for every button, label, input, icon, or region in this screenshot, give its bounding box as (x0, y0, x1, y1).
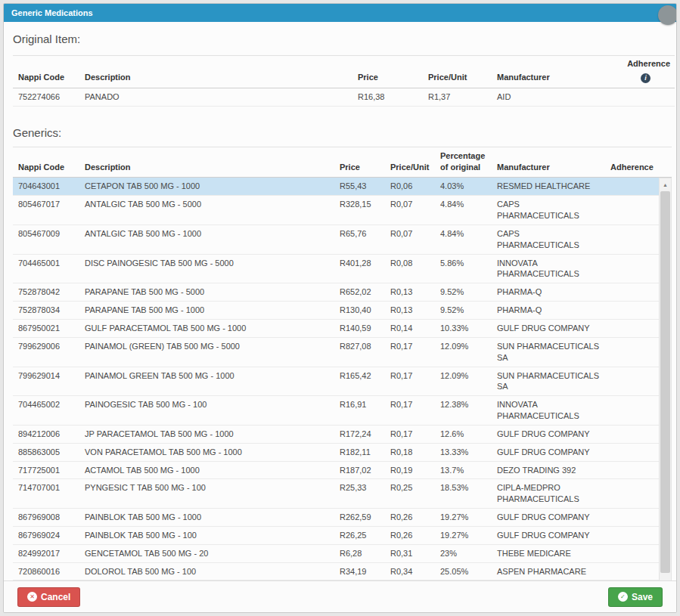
scrollbar-thumb[interactable] (660, 191, 670, 573)
generic-cell-manufacturer: GULF DRUG COMPANY (492, 443, 605, 461)
generic-cell-manufacturer: THEBE MEDICARE (492, 544, 605, 562)
generic-cell-manufacturer: PHARMA-Q (492, 283, 605, 302)
generic-cell-description: PARAPANE TAB 500 MG - 5000 (79, 283, 334, 302)
generic-cell-adherence (605, 178, 659, 195)
generic-cell-manufacturer: GULF DRUG COMPANY (492, 509, 605, 527)
generic-medication-row[interactable]: 805467009ANTALGIC TAB 500 MG - 1000R65,7… (13, 224, 659, 254)
generic-cell-adherence (605, 425, 659, 443)
generic-cell-price-unit: R0,07 (385, 196, 435, 225)
generic-cell-price-unit: R0,06 (385, 178, 435, 195)
save-button[interactable]: ✓ Save (608, 587, 663, 607)
generic-cell-nappi-code: 867969024 (13, 526, 79, 544)
generic-cell-nappi-code: 720860016 (13, 562, 79, 580)
generic-medication-row[interactable]: 894212006JP PARACETAMOL TAB 500 MG - 100… (13, 425, 659, 443)
generic-cell-adherence (605, 396, 659, 426)
generic-cell-price: R34,19 (334, 562, 385, 580)
generic-cell-adherence (605, 196, 659, 225)
save-label: Save (632, 592, 653, 602)
cancel-icon: ✕ (27, 592, 37, 602)
generic-medication-row[interactable]: 885863005VON PARACETAMOL TAB 500 MG - 10… (13, 443, 659, 461)
generic-medication-row[interactable]: 805467017ANTALGIC TAB 500 MG - 5000R328,… (13, 196, 659, 225)
generic-medication-row[interactable]: 867969008PAINBLOK TAB 500 MG - 1000R262,… (13, 509, 659, 527)
generic-cell-description: PAINAMOL GREEN TAB 500 MG - 1000 (79, 367, 334, 396)
generic-medication-row[interactable]: 752878034PARAPANE TAB 500 MG - 1000R130,… (13, 302, 659, 320)
scroll-up-icon[interactable]: ▲ (660, 178, 671, 190)
dialog-titlebar: Generic Medications (4, 4, 676, 22)
generic-cell-percentage: 25.05% (435, 562, 492, 580)
generic-cell-price-unit: R0,17 (385, 396, 435, 426)
corner-button[interactable] (658, 5, 677, 25)
generic-medication-row[interactable]: 867950021GULF PARACETAMOL TAB 500 MG - 1… (13, 319, 659, 337)
generic-medication-row[interactable]: 714707001PYNGESIC T TAB 500 MG - 100R25,… (13, 479, 659, 509)
generic-cell-description: ANTALGIC TAB 500 MG - 5000 (79, 196, 334, 225)
generic-cell-adherence (605, 526, 659, 544)
generic-medication-row[interactable]: 867969024PAINBLOK TAB 500 MG - 100R26,25… (13, 526, 659, 544)
generics-table-body: 704643001CETAPON TAB 500 MG - 1000R55,43… (13, 178, 659, 580)
save-icon: ✓ (618, 592, 628, 602)
generic-medication-row[interactable]: 799629006PAINAMOL (GREEN) TAB 500 MG - 5… (13, 337, 659, 367)
generic-cell-price: R25,33 (334, 479, 385, 509)
original-cell-price: R16,38 (352, 88, 423, 106)
adherence-header-label: Adherence (619, 58, 670, 70)
generic-cell-description: GENCETAMOL TAB 500 MG - 20 (79, 544, 334, 562)
generic-cell-description: PYNGESIC T TAB 500 MG - 100 (79, 479, 334, 509)
original-col-description: Description (79, 56, 352, 88)
generic-cell-percentage: 13.33% (435, 443, 492, 461)
dialog-footer: ✕ Cancel ✓ Save (4, 580, 676, 612)
generics-col-description: Description (79, 147, 334, 178)
original-header-row: Nappi Code Description Price Price/Unit … (13, 56, 675, 88)
adherence-info-row: i (619, 72, 651, 83)
generic-cell-price-unit: R0,13 (385, 302, 435, 320)
generic-medication-row[interactable]: 704643001CETAPON TAB 500 MG - 1000R55,43… (13, 178, 659, 195)
generic-cell-price: R16,91 (334, 396, 385, 426)
original-col-nappi-code: Nappi Code (13, 56, 79, 88)
generic-cell-description: CETAPON TAB 500 MG - 1000 (79, 178, 334, 195)
generic-cell-nappi-code: 867950021 (13, 319, 79, 337)
generic-cell-manufacturer: CAPS PHARMACEUTICALS (492, 224, 605, 254)
generic-cell-price: R262,59 (334, 509, 385, 527)
original-col-adherence: Adherence i (614, 56, 675, 88)
original-item-row: 752274066 PANADO R16,38 R1,37 AID (13, 88, 675, 106)
generic-medication-row[interactable]: 824992017GENCETAMOL TAB 500 MG - 20R6,28… (13, 544, 659, 562)
adherence-info-icon[interactable]: i (641, 73, 651, 83)
generics-table-header: Nappi Code Description Price Price/Unit … (13, 147, 672, 178)
generic-medication-row[interactable]: 717725001ACTAMOL TAB 500 MG - 1000R187,0… (13, 461, 659, 479)
generics-col-percentage: Percentage of original (435, 147, 492, 178)
generic-cell-manufacturer: RESMED HEALTHCARE (492, 178, 605, 195)
generic-cell-manufacturer: DEZO TRADING 392 (492, 461, 605, 479)
generic-cell-price-unit: R0,19 (385, 461, 435, 479)
generic-cell-percentage: 23% (435, 544, 492, 562)
generic-cell-adherence (605, 479, 659, 509)
generic-cell-manufacturer: SUN PHARMACEUTICALS SA (492, 367, 605, 396)
generic-cell-nappi-code: 799629014 (13, 367, 79, 396)
generic-cell-nappi-code: 714707001 (13, 479, 79, 509)
generic-cell-adherence (605, 562, 659, 580)
generic-medication-row[interactable]: 720860016DOLOROL TAB 500 MG - 100R34,19R… (13, 562, 659, 580)
generic-medication-row[interactable]: 704465002PAINOGESIC TAB 500 MG - 100R16,… (13, 396, 659, 426)
generics-col-price: Price (334, 147, 385, 178)
generics-col-price-unit: Price/Unit (385, 147, 435, 178)
generic-cell-price-unit: R0,17 (385, 425, 435, 443)
generic-medication-row[interactable]: 799629014PAINAMOL GREEN TAB 500 MG - 100… (13, 367, 659, 396)
generic-cell-manufacturer: GULF DRUG COMPANY (492, 526, 605, 544)
generic-cell-nappi-code: 867969008 (13, 509, 79, 527)
generic-cell-manufacturer: GULF DRUG COMPANY (492, 319, 605, 337)
generic-medication-row[interactable]: 704465001DISC PAINOGESIC TAB 500 MG - 50… (13, 254, 659, 283)
generic-cell-price-unit: R0,17 (385, 367, 435, 396)
generic-cell-percentage: 12.6% (435, 425, 492, 443)
generic-cell-price: R401,28 (334, 254, 385, 283)
scrollbar[interactable]: ▲ ▼ (659, 178, 672, 580)
generic-cell-price: R55,43 (334, 178, 385, 195)
generic-cell-nappi-code: 805467017 (13, 196, 79, 225)
generic-medication-row[interactable]: 752878042PARAPANE TAB 500 MG - 5000R652,… (13, 283, 659, 302)
generic-cell-price: R140,59 (334, 319, 385, 337)
generic-cell-nappi-code: 704465001 (13, 254, 79, 283)
generic-cell-price-unit: R0,08 (385, 254, 435, 283)
generic-cell-percentage: 18.53% (435, 479, 492, 509)
generic-cell-adherence (605, 302, 659, 320)
generic-cell-price-unit: R0,31 (385, 544, 435, 562)
cancel-button[interactable]: ✕ Cancel (17, 587, 80, 607)
generic-cell-price: R130,40 (334, 302, 385, 320)
generic-cell-adherence (605, 443, 659, 461)
generic-cell-manufacturer: INNOVATA PHARMACEUTICALS (492, 396, 605, 426)
